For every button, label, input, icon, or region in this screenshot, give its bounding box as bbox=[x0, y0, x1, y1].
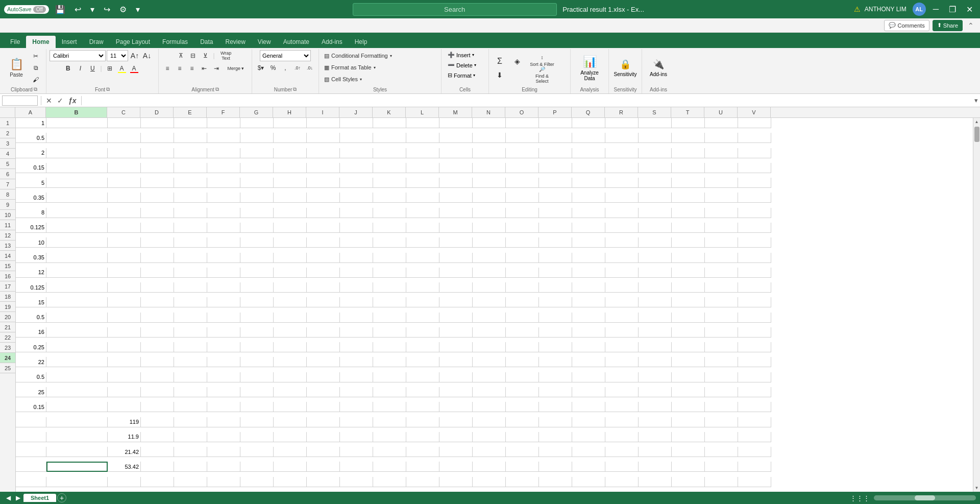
cell-n12[interactable] bbox=[473, 282, 506, 293]
align-right-button[interactable]: ≡ bbox=[186, 63, 198, 74]
cell-g24[interactable] bbox=[240, 462, 274, 472]
cell-j14[interactable] bbox=[340, 313, 373, 323]
cell-l6[interactable] bbox=[406, 193, 439, 203]
cell-h21[interactable] bbox=[274, 417, 307, 427]
cell-h12[interactable] bbox=[274, 282, 307, 293]
col-header-c[interactable]: C bbox=[107, 107, 140, 117]
cell-f20[interactable] bbox=[207, 402, 240, 412]
cell-o2[interactable] bbox=[506, 133, 539, 143]
col-header-t[interactable]: T bbox=[671, 107, 704, 117]
cell-n23[interactable] bbox=[473, 447, 506, 457]
cell-e13[interactable] bbox=[174, 297, 207, 307]
cell-h7[interactable] bbox=[274, 208, 307, 218]
cell-i5[interactable] bbox=[307, 178, 340, 188]
row-header-16[interactable]: 16 bbox=[0, 271, 15, 281]
cell-d3[interactable] bbox=[141, 148, 174, 158]
cell-f10[interactable] bbox=[207, 253, 240, 263]
cell-j2[interactable] bbox=[340, 133, 373, 143]
cell-i12[interactable] bbox=[307, 282, 340, 293]
comma-button[interactable]: , bbox=[280, 62, 291, 74]
cell-h18[interactable] bbox=[274, 372, 307, 382]
row-header-12[interactable]: 12 bbox=[0, 230, 15, 241]
cell-c5[interactable] bbox=[108, 178, 141, 188]
cell-r1[interactable] bbox=[605, 118, 639, 128]
cell-p18[interactable] bbox=[539, 372, 572, 382]
cell-i7[interactable] bbox=[307, 208, 340, 218]
cell-u2[interactable] bbox=[705, 133, 738, 143]
cell-p5[interactable] bbox=[539, 178, 572, 188]
cell-v4[interactable] bbox=[738, 163, 771, 173]
tab-review[interactable]: Review bbox=[219, 36, 251, 48]
cell-i10[interactable] bbox=[307, 253, 340, 263]
cell-q9[interactable] bbox=[572, 237, 605, 248]
align-left-button[interactable]: ≡ bbox=[162, 63, 173, 74]
cell-a1[interactable]: 1 bbox=[16, 118, 46, 128]
cell-m18[interactable] bbox=[439, 372, 473, 382]
cell-k8[interactable] bbox=[373, 223, 406, 233]
cell-f5[interactable] bbox=[207, 178, 240, 188]
cell-n22[interactable] bbox=[473, 432, 506, 442]
cell-h2[interactable] bbox=[274, 133, 307, 143]
cell-b5[interactable] bbox=[46, 178, 108, 188]
cell-b12[interactable] bbox=[46, 282, 108, 293]
cell-n13[interactable] bbox=[473, 297, 506, 307]
cell-h3[interactable] bbox=[274, 148, 307, 158]
cell-m15[interactable] bbox=[439, 327, 473, 338]
cell-c22[interactable]: 11.9 bbox=[108, 432, 141, 442]
cell-g6[interactable] bbox=[240, 193, 274, 203]
cell-a12[interactable]: 0.125 bbox=[16, 282, 46, 293]
cell-r16[interactable] bbox=[605, 342, 639, 352]
cell-s1[interactable] bbox=[639, 118, 672, 128]
cell-q20[interactable] bbox=[572, 402, 605, 412]
format-cells-button[interactable]: ⊟ Format ▾ bbox=[445, 70, 485, 80]
cell-a7[interactable]: 8 bbox=[16, 208, 46, 218]
cell-v2[interactable] bbox=[738, 133, 771, 143]
cell-h13[interactable] bbox=[274, 297, 307, 307]
cell-m17[interactable] bbox=[439, 357, 473, 367]
cell-e25[interactable] bbox=[174, 477, 207, 487]
col-header-l[interactable]: L bbox=[406, 107, 439, 117]
cell-t19[interactable] bbox=[672, 387, 705, 397]
cell-p19[interactable] bbox=[539, 387, 572, 397]
cell-p14[interactable] bbox=[539, 313, 572, 323]
cell-r6[interactable] bbox=[605, 193, 639, 203]
analyze-data-button[interactable]: 📊 Analyze Data bbox=[574, 52, 605, 84]
cell-d14[interactable] bbox=[141, 313, 174, 323]
avatar[interactable]: AL bbox=[913, 3, 926, 16]
cell-l16[interactable] bbox=[406, 342, 439, 352]
cell-g14[interactable] bbox=[240, 313, 274, 323]
cell-g21[interactable] bbox=[240, 417, 274, 427]
cell-q12[interactable] bbox=[572, 282, 605, 293]
cell-a11[interactable]: 12 bbox=[16, 268, 46, 278]
cell-a14[interactable]: 0.5 bbox=[16, 313, 46, 323]
cell-u9[interactable] bbox=[705, 237, 738, 248]
cell-o23[interactable] bbox=[506, 447, 539, 457]
cell-v7[interactable] bbox=[738, 208, 771, 218]
cell-b2[interactable] bbox=[46, 133, 108, 143]
cell-j20[interactable] bbox=[340, 402, 373, 412]
cell-v25[interactable] bbox=[738, 477, 771, 487]
clear-button[interactable]: ◈ bbox=[509, 55, 525, 68]
cell-u8[interactable] bbox=[705, 223, 738, 233]
cell-k5[interactable] bbox=[373, 178, 406, 188]
cell-p4[interactable] bbox=[539, 163, 572, 173]
cell-b7[interactable] bbox=[46, 208, 108, 218]
cell-c14[interactable] bbox=[108, 313, 141, 323]
cell-t21[interactable] bbox=[672, 417, 705, 427]
cell-o20[interactable] bbox=[506, 402, 539, 412]
number-expand-icon[interactable]: ⧉ bbox=[293, 86, 297, 92]
bold-button[interactable]: B bbox=[62, 63, 74, 74]
cell-k3[interactable] bbox=[373, 148, 406, 158]
cell-m12[interactable] bbox=[439, 282, 473, 293]
cell-k14[interactable] bbox=[373, 313, 406, 323]
cell-o25[interactable] bbox=[506, 477, 539, 487]
cell-f17[interactable] bbox=[207, 357, 240, 367]
cell-a17[interactable]: 22 bbox=[16, 357, 46, 367]
sheet-nav-prev[interactable]: ◀ bbox=[4, 493, 13, 502]
cell-r10[interactable] bbox=[605, 253, 639, 263]
cell-h14[interactable] bbox=[274, 313, 307, 323]
cell-t11[interactable] bbox=[672, 268, 705, 278]
cell-l7[interactable] bbox=[406, 208, 439, 218]
save-button[interactable]: 💾 bbox=[52, 4, 68, 15]
cell-r13[interactable] bbox=[605, 297, 639, 307]
